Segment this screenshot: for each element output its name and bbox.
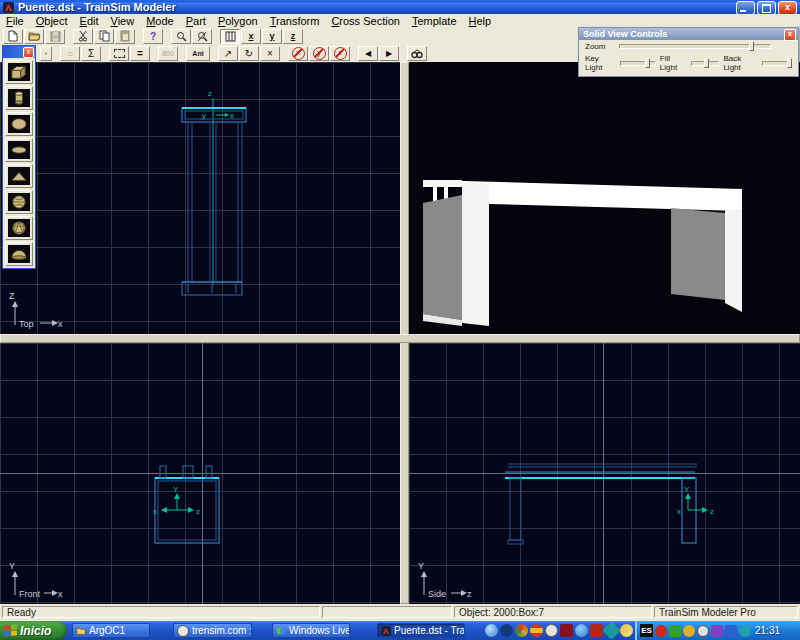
- paste-button[interactable]: [115, 29, 135, 44]
- next-part-button[interactable]: ▶: [379, 46, 399, 61]
- move-tool-button[interactable]: ↗: [218, 46, 238, 61]
- open-file-button[interactable]: [24, 29, 44, 44]
- dark-ball-icon[interactable]: [500, 624, 513, 637]
- front-origin-y-axis: [202, 343, 203, 604]
- fill-light-label: Fill Light: [660, 54, 688, 72]
- menu-file[interactable]: File: [0, 15, 30, 27]
- horizontal-splitter[interactable]: [0, 334, 800, 343]
- circle-tool-button[interactable]: ○: [60, 46, 80, 61]
- scale-tool-button[interactable]: ×: [260, 46, 280, 61]
- tool-box[interactable]: [5, 60, 33, 84]
- maximize-button[interactable]: [757, 1, 776, 15]
- close-button[interactable]: x: [778, 1, 797, 15]
- start-button[interactable]: Inicio: [0, 621, 67, 640]
- lock-z-button[interactable]: z: [330, 46, 350, 61]
- parallel-edges-button[interactable]: =: [130, 46, 150, 61]
- zoom-slider-handle[interactable]: [749, 41, 754, 51]
- help-button[interactable]: ?: [143, 29, 163, 44]
- back-light-handle[interactable]: [787, 58, 792, 68]
- zoom-out-button[interactable]: [192, 29, 212, 44]
- menu-mode[interactable]: Mode: [140, 15, 180, 27]
- viewport-top[interactable]: z y x Z Top x: [0, 62, 400, 334]
- viewport-3d[interactable]: [409, 62, 800, 334]
- key-light-label: Key Light: [585, 54, 616, 72]
- viewport-side[interactable]: Y x z Y Side z: [409, 343, 800, 604]
- new-file-button[interactable]: [3, 29, 23, 44]
- save-file-button[interactable]: [45, 29, 65, 44]
- axis-z-button[interactable]: z: [283, 29, 303, 44]
- minimize-button[interactable]: [736, 1, 755, 15]
- shape-palette-titlebar[interactable]: x: [3, 46, 35, 58]
- tool-wedge[interactable]: [5, 164, 33, 188]
- tray-user-icon[interactable]: [683, 625, 695, 637]
- menu-template[interactable]: Template: [406, 15, 463, 27]
- key-light-handle[interactable]: [645, 58, 650, 68]
- diamond-icon[interactable]: [602, 621, 620, 639]
- task-argoc1[interactable]: ArgOC1: [72, 623, 150, 638]
- point-tool-button[interactable]: ·: [40, 46, 52, 61]
- tool-geosphere[interactable]: [5, 216, 33, 240]
- task-puente-active[interactable]: Puente.dst - TrainSi...: [377, 623, 465, 638]
- tray-shield-icon[interactable]: [655, 625, 667, 637]
- key-light-slider[interactable]: [620, 61, 656, 66]
- menu-polygon[interactable]: Polygon: [212, 15, 264, 27]
- language-indicator[interactable]: ES: [640, 624, 653, 637]
- find-button[interactable]: [407, 46, 427, 61]
- menu-help[interactable]: Help: [463, 15, 498, 27]
- prev-part-button[interactable]: ◀: [358, 46, 378, 61]
- spain-ball-icon[interactable]: [530, 624, 543, 637]
- rotate-tool-button[interactable]: ↻: [239, 46, 259, 61]
- tool-disc[interactable]: [5, 138, 33, 162]
- menu-edit[interactable]: Edit: [74, 15, 105, 27]
- tray-network-icon[interactable]: [725, 625, 737, 637]
- menu-cross-section[interactable]: Cross Section: [325, 15, 405, 27]
- menu-view[interactable]: View: [105, 15, 141, 27]
- dome-icon: [9, 246, 29, 262]
- lock-x-button[interactable]: x: [288, 46, 308, 61]
- tray-msn-icon[interactable]: [697, 625, 709, 637]
- fill-light-handle[interactable]: [704, 58, 709, 68]
- zoom-slider[interactable]: [619, 44, 771, 49]
- zoom-in-button[interactable]: [171, 29, 191, 44]
- fill-light-slider[interactable]: [691, 61, 719, 66]
- lock-y-button[interactable]: y: [309, 46, 329, 61]
- tool-dome[interactable]: [5, 242, 33, 266]
- shield-icon[interactable]: [590, 624, 603, 637]
- task-messenger[interactable]: Windows Live Messen...: [272, 623, 350, 638]
- tray-display-icon[interactable]: [711, 625, 723, 637]
- menu-transform[interactable]: Transform: [264, 15, 326, 27]
- vertical-splitter[interactable]: [400, 62, 409, 604]
- value-800-button[interactable]: 800: [158, 46, 178, 61]
- google-earth-icon[interactable]: [485, 624, 498, 637]
- sum-button[interactable]: Σ: [81, 46, 101, 61]
- taskbar: Inicio ArgOC1 trensim.com :: Indice ... …: [0, 621, 800, 640]
- clock: 21:31: [755, 625, 780, 636]
- tool-cylinder[interactable]: [5, 86, 33, 110]
- viewport-front[interactable]: Y x z Y Front x: [0, 343, 400, 604]
- palette-close-icon[interactable]: x: [23, 47, 34, 58]
- task-trensim[interactable]: trensim.com :: Indice ...: [173, 623, 252, 638]
- menu-object[interactable]: Object: [30, 15, 74, 27]
- tool-sphere[interactable]: [5, 190, 33, 214]
- geosphere-icon: [9, 220, 29, 236]
- swoosh-icon[interactable]: [620, 624, 633, 637]
- tool-ellipse[interactable]: [5, 112, 33, 136]
- tray-green-icon[interactable]: [669, 625, 681, 637]
- animation-button[interactable]: Ani: [186, 46, 210, 61]
- cut-button[interactable]: [73, 29, 93, 44]
- flag-icon[interactable]: [560, 624, 573, 637]
- badge-icon[interactable]: [515, 624, 528, 637]
- tray-volume-icon[interactable]: [739, 625, 751, 637]
- back-light-slider[interactable]: [762, 61, 792, 66]
- dialog-close-icon[interactable]: x: [784, 29, 796, 41]
- axis-x-button[interactable]: x: [241, 29, 261, 44]
- select-rect-button[interactable]: [109, 46, 129, 61]
- trensim-m-icon[interactable]: [545, 624, 558, 637]
- grid-toggle-button[interactable]: [220, 29, 240, 44]
- axis-y-button[interactable]: y: [262, 29, 282, 44]
- zoom-slider-label: Zoom: [585, 42, 615, 51]
- ie-icon[interactable]: [575, 624, 588, 637]
- menu-part[interactable]: Part: [180, 15, 212, 27]
- dialog-titlebar[interactable]: Solid View Controls x: [579, 28, 798, 40]
- copy-button[interactable]: [94, 29, 114, 44]
